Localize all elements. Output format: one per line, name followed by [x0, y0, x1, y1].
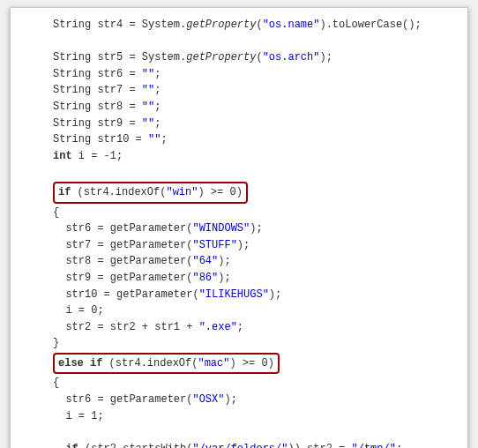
string-literal: "64" [192, 255, 218, 267]
string-literal: "WINDOWS" [192, 222, 250, 235]
code-text: ( [256, 19, 262, 31]
code-text: ) >= 0) [198, 186, 242, 198]
code-text: ); [237, 239, 250, 251]
code-text: ; [154, 101, 161, 113]
code-text: ); [224, 393, 236, 406]
code-text: (str4.indexOf( [71, 186, 166, 198]
code-text: ); [218, 272, 230, 284]
code-line: String str6 = [53, 68, 142, 80]
code-line: i = 1; [65, 410, 103, 422]
keyword-if: if [58, 186, 71, 198]
brace-open: { [53, 206, 59, 219]
string-literal: ".exe" [199, 321, 237, 333]
highlight-mac-branch: else if (str4.indexOf("mac") >= 0) [53, 353, 280, 375]
code-text: ; [161, 133, 167, 146]
code-line: str2 = str2 + str1 + [65, 321, 198, 333]
code-snippet-panel: String str4 = System.getProperty("os.nam… [10, 7, 468, 448]
code-text: (str2.startsWith( [78, 443, 193, 448]
code-text: ); [269, 288, 281, 301]
code-text: ; [237, 321, 243, 333]
code-line: String str8 = [53, 101, 142, 113]
string-literal: "mac" [198, 357, 229, 370]
code-text: ; [154, 68, 161, 80]
brace-close: } [53, 337, 59, 349]
code-text: (str4.indexOf( [102, 357, 198, 370]
string-literal: "OSX" [192, 393, 224, 406]
code-text: i = -1; [72, 150, 123, 162]
string-literal: "86" [192, 272, 218, 284]
code-text: ( [256, 51, 262, 63]
string-literal: "" [148, 133, 161, 146]
string-literal: "" [142, 117, 154, 130]
string-literal: "/tmp/" [351, 443, 395, 448]
string-literal: "" [142, 68, 154, 80]
code-text: ) >= 0) [229, 357, 273, 370]
method-name: getProperty [186, 19, 256, 31]
string-literal: "win" [166, 186, 198, 198]
string-literal: "" [142, 101, 154, 113]
string-literal: "os.arch" [263, 51, 320, 63]
code-line: str6 = getParameter( [65, 222, 192, 235]
code-line: str7 = getParameter( [65, 239, 192, 251]
string-literal: "os.name" [263, 19, 320, 31]
code-line: String str7 = [53, 84, 142, 96]
code-text: )) str2 = [288, 443, 351, 448]
code-line: String str5 = System. [53, 51, 186, 63]
code-block: String str4 = System.getProperty("os.nam… [53, 17, 460, 448]
code-text: ; [154, 117, 161, 130]
string-literal: "" [142, 84, 154, 96]
keyword-else-if: else if [58, 357, 102, 370]
code-text: ); [319, 51, 332, 63]
keyword-int: int [53, 150, 72, 162]
string-literal: "/var/folders/" [192, 443, 288, 448]
code-line: str6 = getParameter( [65, 393, 192, 406]
code-line: String str9 = [53, 117, 142, 130]
code-text: ; [154, 84, 161, 96]
code-text: ; [396, 443, 402, 448]
code-line: str9 = getParameter( [65, 272, 192, 284]
method-name: getProperty [186, 51, 256, 63]
code-text: ); [218, 255, 230, 267]
code-line: String str10 = [53, 133, 148, 146]
highlight-win-branch: if (str4.indexOf("win") >= 0) [53, 182, 248, 204]
code-text: ).toLowerCase(); [319, 19, 421, 31]
code-line: str10 = getParameter( [65, 288, 198, 301]
code-line: i = 0; [65, 304, 103, 317]
code-line: String str4 = System. [53, 19, 186, 31]
code-line: str8 = getParameter( [65, 255, 192, 267]
code-text: ); [250, 222, 262, 235]
string-literal: "ILIKEHUGS" [199, 288, 269, 301]
brace-open: { [53, 377, 59, 389]
keyword-if: if [65, 443, 78, 448]
string-literal: "STUFF" [192, 239, 236, 251]
